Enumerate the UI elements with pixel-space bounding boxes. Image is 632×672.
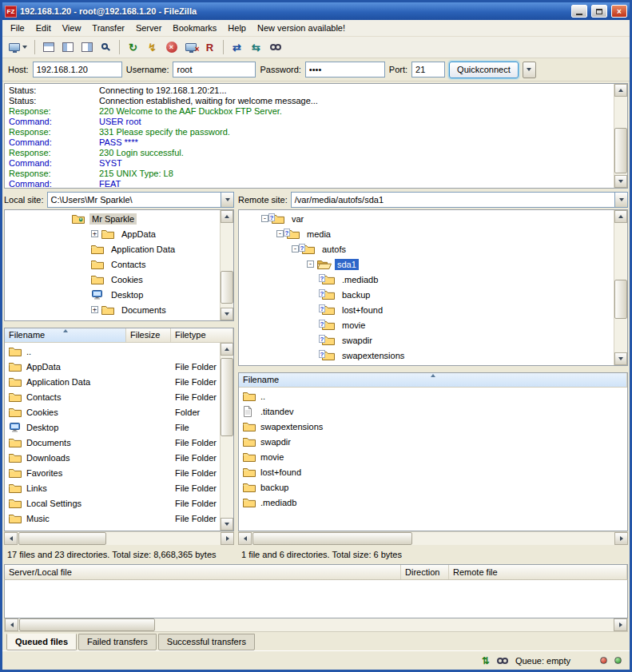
tree-item-appdata[interactable]: +AppData	[5, 226, 219, 241]
quickconnect-dropdown-button[interactable]	[523, 62, 536, 78]
toggle-remote-treeview-button[interactable]	[78, 38, 96, 56]
quickconnect-button[interactable]: Quickconnect	[449, 62, 519, 78]
menu-item-edit[interactable]: Edit	[30, 21, 57, 35]
menu-item-transfer[interactable]: Transfer	[86, 21, 130, 35]
tree-item-lost-found[interactable]: ?lost+found	[239, 302, 613, 317]
minimize-button[interactable]	[571, 5, 587, 18]
file-row-swapdir[interactable]: swapdir	[239, 434, 627, 449]
tab-queued-files[interactable]: Queued files	[6, 634, 77, 650]
file-row-local-settings[interactable]: Local SettingsFile Folder	[5, 495, 233, 511]
scrollbar-thumb[interactable]	[19, 618, 155, 631]
file-row-documents[interactable]: DocumentsFile Folder	[5, 435, 233, 450]
tree-item-backup[interactable]: ?backup	[239, 287, 613, 302]
tree-item-movie[interactable]: ?movie	[239, 317, 613, 332]
maximize-button[interactable]	[591, 5, 607, 18]
refresh-button[interactable]: ↻	[124, 38, 142, 56]
file-row-application-data[interactable]: Application DataFile Folder	[5, 374, 233, 389]
reconnect-button[interactable]: R	[201, 38, 219, 56]
tree-item-swapextensions[interactable]: ?swapextensions	[239, 348, 613, 363]
file-row-backup[interactable]: backup	[239, 479, 627, 495]
menu-item-view[interactable]: View	[57, 21, 87, 35]
file-row-contacts[interactable]: ContactsFile Folder	[5, 389, 233, 404]
file-row-downloads[interactable]: DownloadsFile Folder	[5, 450, 233, 465]
column-header-remote-file[interactable]: Remote file	[449, 565, 627, 579]
file-row-music[interactable]: MusicFile Folder	[5, 511, 233, 526]
process-queue-button[interactable]: ↯	[143, 38, 161, 56]
local-site-combo[interactable]: C:\Users\Mr Sparkle\	[47, 192, 234, 208]
combo-dropdown-button[interactable]	[614, 193, 627, 207]
file-row-desktop[interactable]: DesktopFile	[5, 420, 233, 435]
tree-item-cookies[interactable]: Cookies	[5, 272, 219, 287]
synchronized-browsing-button[interactable]: ⇆	[247, 38, 265, 56]
cancel-button[interactable]: ×	[162, 38, 181, 56]
tree-item-downloads[interactable]: +Downloads	[5, 317, 219, 321]
tree-expand-toggle[interactable]: +	[91, 306, 98, 313]
column-header-direction[interactable]: Direction	[401, 565, 449, 579]
scrollbar-thumb[interactable]	[614, 128, 627, 173]
scroll-up-button[interactable]	[221, 210, 233, 223]
column-header-filetype[interactable]: Filetype	[171, 328, 233, 342]
file-row-mediadb[interactable]: .mediadb	[239, 495, 627, 510]
find-files-button[interactable]	[266, 38, 284, 56]
local-tree-splitter[interactable]	[4, 321, 234, 328]
scroll-right-button[interactable]	[221, 532, 234, 545]
toggle-message-log-button[interactable]	[39, 38, 58, 56]
title-bar[interactable]: FZ 192.168.1.20 - root@192.168.1.20 - Fi…	[2, 2, 630, 20]
vertical-scrollbar[interactable]	[220, 343, 233, 531]
host-input[interactable]	[33, 62, 122, 78]
scroll-down-button[interactable]	[221, 308, 233, 320]
tree-expand-toggle[interactable]: -	[307, 260, 314, 268]
tree-item-var[interactable]: -?var	[239, 211, 613, 226]
menu-item-server[interactable]: Server	[130, 21, 167, 35]
column-header-filename[interactable]: Filename	[239, 373, 627, 387]
site-manager-button[interactable]	[6, 38, 30, 56]
vertical-scrollbar[interactable]	[614, 84, 627, 188]
file-row-item[interactable]: ..	[239, 388, 627, 404]
directory-comparison-button[interactable]: ⇄	[228, 38, 246, 56]
file-row-favorites[interactable]: FavoritesFile Folder	[5, 465, 233, 480]
scroll-left-button[interactable]	[238, 532, 252, 545]
column-header-filesize[interactable]: Filesize	[126, 328, 171, 342]
scrollbar-thumb[interactable]	[18, 532, 106, 545]
tree-item-media[interactable]: -?media	[239, 226, 613, 241]
scroll-right-button[interactable]	[614, 618, 627, 631]
tree-item-sda1[interactable]: -sda1	[239, 256, 613, 272]
port-input[interactable]	[411, 62, 445, 78]
menu-item-bookmarks[interactable]: Bookmarks	[167, 21, 222, 35]
file-row-item[interactable]: ..	[5, 344, 233, 359]
file-row-titandev[interactable]: .titandev	[239, 404, 627, 419]
file-row-movie[interactable]: movie	[239, 449, 627, 464]
password-input[interactable]	[305, 62, 385, 78]
column-header-server-local-file[interactable]: Server/Local file	[5, 565, 401, 579]
scroll-down-button[interactable]	[221, 518, 233, 531]
scroll-down-button[interactable]	[614, 175, 627, 188]
vertical-scrollbar[interactable]	[614, 210, 627, 365]
tree-item-swapdir[interactable]: ?swapdir	[239, 332, 613, 348]
username-input[interactable]	[173, 62, 256, 78]
combo-dropdown-button[interactable]	[221, 193, 233, 207]
remote-site-combo[interactable]: /var/media/autofs/sda1	[291, 192, 628, 208]
menu-item-file[interactable]: File	[5, 21, 30, 35]
file-row-lost-found[interactable]: lost+found	[239, 464, 627, 479]
scroll-left-button[interactable]	[4, 532, 18, 545]
scroll-up-button[interactable]	[221, 343, 233, 356]
file-row-links[interactable]: LinksFile Folder	[5, 480, 233, 495]
scroll-left-button[interactable]	[5, 618, 18, 631]
scroll-up-button[interactable]	[614, 84, 627, 97]
file-row-appdata[interactable]: AppDataFile Folder	[5, 359, 233, 374]
vertical-scrollbar[interactable]	[220, 210, 233, 320]
tree-expand-toggle[interactable]: +	[91, 230, 98, 237]
scrollbar-thumb[interactable]	[221, 271, 233, 304]
tab-failed-transfers[interactable]: Failed transfers	[78, 634, 157, 650]
scroll-right-button[interactable]	[614, 532, 628, 545]
tree-item-dvd[interactable]: ?dvd	[239, 363, 613, 366]
remote-tree-splitter[interactable]	[238, 366, 628, 372]
scroll-down-button[interactable]	[614, 352, 627, 365]
tree-expand-toggle[interactable]: -	[292, 245, 299, 252]
close-button[interactable]: ×	[611, 5, 627, 18]
tree-item-mediadb[interactable]: ?.mediadb	[239, 272, 613, 287]
scroll-up-button[interactable]	[614, 210, 627, 223]
tree-item-desktop[interactable]: Desktop	[5, 287, 219, 302]
column-header-filename[interactable]: Filename	[5, 328, 126, 342]
toggle-local-treeview-button[interactable]	[58, 38, 77, 56]
